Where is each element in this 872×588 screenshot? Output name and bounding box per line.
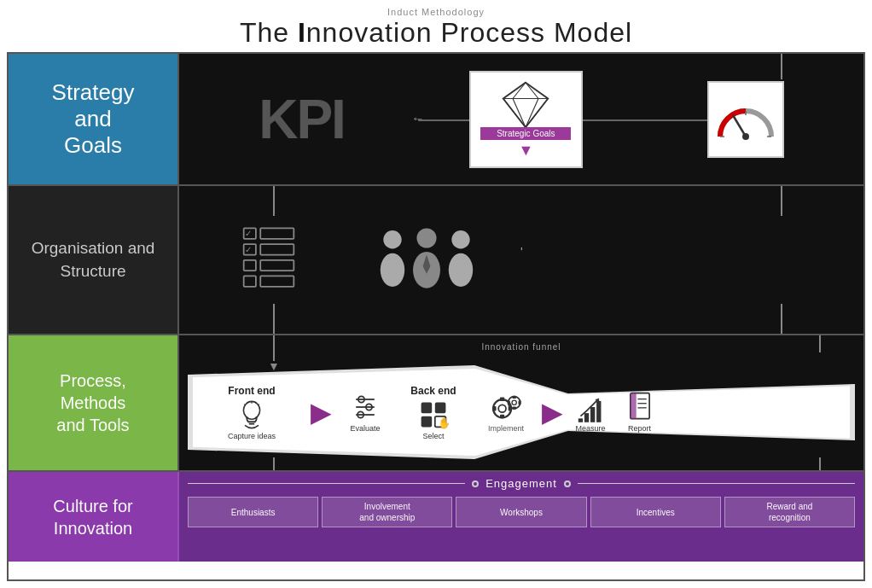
people-container [375,224,478,296]
svg-rect-59 [578,418,583,422]
svg-point-27 [451,230,469,248]
svg-rect-50 [500,415,504,418]
row-process: Process,Methodsand Tools ▼ Innovation fu… [9,335,863,472]
svg-rect-62 [596,401,601,422]
svg-rect-51 [492,406,496,410]
svg-rect-49 [500,398,504,401]
svg-text:✓: ✓ [245,229,252,238]
engagement-label: Engagement [485,477,557,490]
people-icon [375,224,478,293]
header: Induct Methodology The Innovation Proces… [0,0,872,52]
main-grid: StrategyandGoals KPI ← ← [7,52,865,581]
evaluate-section: Evaluate [335,392,395,433]
org-content: ✓ ✓ [179,186,863,334]
svg-rect-42 [421,402,433,413]
v-line-top-process-left [273,335,275,361]
gauge-box [707,81,784,158]
funnel-label: Innovation funnel [481,342,561,352]
sliders-icon [350,392,381,422]
culture-content: Engagement Enthusiasts Involvementand ow… [179,472,863,562]
strategy-label: StrategyandGoals [9,54,179,184]
select-icon: ✋ [418,399,449,430]
culture-item-reward: Reward andrecognition [724,497,855,527]
kpi-label: KPI [259,88,345,151]
process-content: ▼ Innovation funnel Front end [179,335,863,470]
svg-point-28 [449,253,473,286]
v-line-top-left [273,186,275,216]
arrow2-icon: ▶ [542,396,563,428]
svg-rect-56 [512,407,515,410]
v-line-top-right-process [819,335,821,352]
culture-item-enthusiasts: Enthusiasts [188,497,318,527]
arrow1-icon: ▶ [311,396,332,428]
process-label: Process,Methodsand Tools [9,335,179,470]
culture-label: Culture forInnovation [9,472,179,562]
culture-item-incentives: Incentives [590,497,721,527]
measure-section: Measure [565,392,616,433]
org-label-text: Organisation and Structure [17,237,169,282]
strategic-goals-label: Strategic Goals [480,127,571,140]
v-line-top-right [781,54,782,79]
strategic-goals-box: Strategic Goals ▼ [469,71,582,168]
svg-text:✋: ✋ [438,416,450,429]
svg-rect-21 [244,276,256,286]
measure-icon [577,392,604,422]
front-end-section: Front end [196,385,307,440]
culture-item-workshops: Workshops [456,497,586,527]
svg-rect-58 [519,401,521,405]
svg-rect-22 [260,276,294,286]
svg-point-24 [381,253,404,286]
down-arrow-icon: ▼ [518,142,533,160]
engagement-dot-left [472,480,479,487]
front-end-header: Front end [228,385,275,397]
app-container: Induct Methodology The Innovation Proces… [0,0,872,588]
row-culture: Culture forInnovation Engagement Enthusi… [9,472,863,562]
svg-point-23 [383,230,401,248]
strategy-content: KPI ← ← [179,54,863,184]
gauge-icon [716,94,776,145]
org-label: Organisation and Structure [9,186,179,334]
engagement-line-left [188,483,465,484]
engagement-row: Engagement [188,477,855,490]
header-title: The Innovation Process Model [0,17,872,49]
svg-rect-65 [630,393,636,419]
checklist-container: ✓ ✓ [239,224,299,296]
engagement-dot-right [564,480,571,487]
implement-section: Implement [472,392,540,433]
svg-rect-19 [244,259,256,270]
engagement-line-right [578,483,855,484]
svg-rect-18 [260,244,294,254]
funnel-area: Front end [188,365,855,459]
report-section: Report [616,392,663,433]
measure-label: Measure [575,424,605,433]
row-org: Organisation and Structure ✓ [9,186,863,335]
svg-rect-43 [435,402,446,413]
v-line-bottom-left [273,304,275,334]
header-subtitle: Induct Methodology [0,7,872,17]
svg-rect-57 [508,401,510,405]
svg-line-9 [733,115,746,137]
report-label: Report [628,424,651,433]
implement-label: Implement [488,424,524,433]
funnel-steps-container: Front end [188,365,855,459]
svg-point-48 [498,405,506,412]
culture-item-involvement: Involvementand ownership [322,497,452,527]
svg-point-30 [243,401,259,419]
v-line-bottom-right-process [819,457,821,470]
back-end-header: Back end [410,385,456,397]
svg-rect-20 [260,259,294,270]
svg-rect-55 [512,396,515,399]
row-strategy: StrategyandGoals KPI ← ← [9,54,863,186]
culture-items: Enthusiasts Involvementand ownership Wor… [188,497,855,527]
svg-point-25 [416,228,436,247]
diamond-icon [500,79,551,131]
extra-person-icon: ' [520,245,523,259]
select-label: Select [422,432,444,440]
left-arrow-icon: ← [411,111,425,126]
svg-rect-44 [421,416,433,427]
svg-rect-15 [260,228,294,238]
evaluate-label: Evaluate [350,424,380,433]
svg-point-54 [512,400,516,405]
svg-text:✓: ✓ [245,244,252,253]
gear-icon [487,392,525,422]
